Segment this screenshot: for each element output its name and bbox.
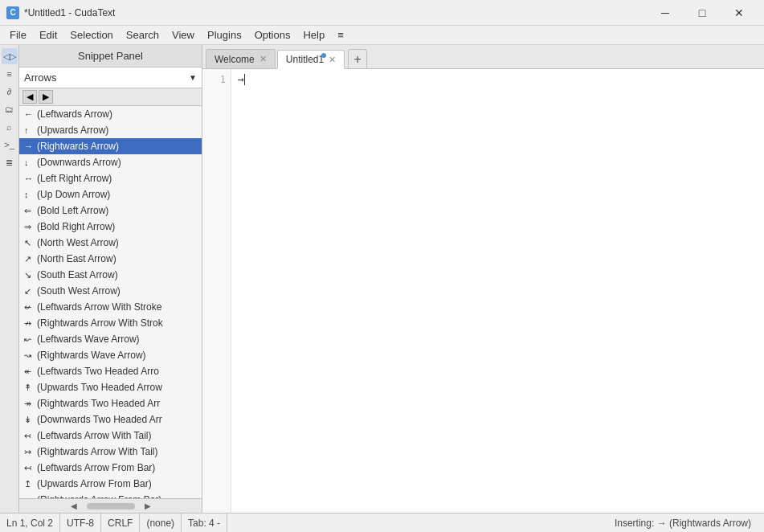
snippet-item[interactable]: ↓(Downwards Arrow): [19, 154, 202, 170]
snippet-item-icon: ↡: [24, 415, 34, 425]
sidebar-icon-terminal[interactable]: >_: [2, 137, 18, 153]
menu-selection[interactable]: Selection: [63, 27, 119, 43]
status-bar: Ln 1, Col 2 UTF-8 CRLF (none) Tab: 4 - I…: [0, 513, 764, 532]
close-button[interactable]: ✕: [721, 0, 758, 26]
menu-bar: File Edit Selection Search View Plugins …: [0, 26, 764, 45]
snippet-category-label: Arrows: [24, 72, 56, 84]
tab-welcome-close[interactable]: ✕: [259, 54, 267, 64]
status-tab-size: Tab: 4 -: [182, 514, 227, 532]
snippet-item[interactable]: ↗(North East Arrow): [19, 251, 202, 267]
snippet-item-label: (Rightwards Two Headed Arr: [37, 398, 160, 409]
snippet-item-label: (Leftwards Wave Arrow): [37, 334, 140, 345]
snippet-item[interactable]: ↖(North West Arrow): [19, 235, 202, 251]
menu-file[interactable]: File: [3, 27, 33, 43]
sidebar-icon-lines[interactable]: ≣: [2, 154, 18, 170]
snippet-item-label: (Rightwards Arrow With Strok: [37, 317, 163, 329]
menu-plugins[interactable]: Plugins: [201, 27, 248, 43]
snippet-item-label: (Leftwards Two Headed Arro: [37, 366, 159, 377]
snippet-item[interactable]: ↝(Rightwards Wave Arrow): [19, 347, 202, 363]
status-line-ending: CRLF: [101, 514, 140, 532]
snippet-item[interactable]: ↣(Rightwards Arrow With Tail): [19, 444, 202, 460]
snippet-item[interactable]: ←(Leftwards Arrow): [19, 106, 202, 122]
snippet-item[interactable]: ⇒(Bold Right Arrow): [19, 219, 202, 235]
snippet-item-label: (Leftwards Arrow With Stroke: [37, 301, 161, 313]
status-syntax: (none): [140, 514, 182, 532]
maximize-button[interactable]: □: [684, 0, 721, 26]
snippet-item-icon: ↛: [24, 318, 34, 329]
tab-welcome[interactable]: Welcome ✕: [206, 49, 276, 68]
snippet-item-icon: ↝: [24, 350, 34, 361]
sidebar-icon-search[interactable]: ⌕: [2, 119, 18, 135]
snippet-item[interactable]: ↢(Leftwards Arrow With Tail): [19, 428, 202, 444]
sidebar-icon-delta[interactable]: ∂: [2, 84, 18, 100]
snippet-item[interactable]: ↘(South East Arrow): [19, 267, 202, 283]
sidebar-icon-arrows[interactable]: ◁▷: [2, 48, 18, 64]
snippet-item-label: (Rightwards Wave Arrow): [37, 350, 146, 361]
snippet-item-icon: ↔: [24, 174, 34, 183]
snippet-item-label: (Leftwards Arrow From Bar): [37, 462, 155, 473]
snippet-item[interactable]: ↙(South West Arrow): [19, 283, 202, 299]
snippet-item[interactable]: ↟(Upwards Two Headed Arrow: [19, 379, 202, 395]
snippet-item[interactable]: ↤(Leftwards Arrow From Bar): [19, 460, 202, 476]
snippet-item[interactable]: ↕(Up Down Arrow): [19, 186, 202, 203]
tab-add-button[interactable]: +: [348, 49, 367, 68]
snippet-item-label: (Upwards Arrow): [37, 125, 108, 136]
right-panel: Welcome ✕ Untitled1 ✕ + 1 →: [202, 45, 764, 513]
snippet-category-dropdown[interactable]: Arrows ▼: [19, 68, 202, 88]
snippet-item[interactable]: ↚(Leftwards Arrow With Stroke: [19, 299, 202, 315]
menu-help[interactable]: Help: [296, 27, 331, 43]
sidebar-icon-file[interactable]: 🗂: [2, 101, 18, 117]
snippet-item[interactable]: ↦(Rightwards Arrow From Bar): [19, 492, 202, 498]
snippet-list[interactable]: ←(Leftwards Arrow)↑(Upwards Arrow)→(Righ…: [19, 106, 202, 498]
menu-view[interactable]: View: [165, 27, 201, 43]
menu-edit[interactable]: Edit: [33, 27, 63, 43]
snippet-item[interactable]: ↔(Left Right Arrow): [19, 170, 202, 186]
snippet-item[interactable]: ↜(Leftwards Wave Arrow): [19, 331, 202, 347]
snippet-item[interactable]: ↡(Downwards Two Headed Arr: [19, 411, 202, 428]
snippet-item[interactable]: ↥(Upwards Arrow From Bar): [19, 476, 202, 492]
horizontal-scrollbar[interactable]: [87, 503, 135, 509]
snippet-nav-left[interactable]: ◀: [22, 90, 37, 104]
snippet-item[interactable]: ↞(Leftwards Two Headed Arro: [19, 363, 202, 379]
editor-text: →: [238, 73, 244, 85]
editor-content[interactable]: →: [231, 69, 764, 513]
snippet-item-label: (North West Arrow): [37, 237, 119, 248]
snippet-item[interactable]: ↛(Rightwards Arrow With Strok: [19, 315, 202, 331]
snippet-item-icon: →: [24, 141, 34, 151]
tab-untitled1-close[interactable]: ✕: [329, 55, 336, 65]
snippet-item[interactable]: ↑(Upwards Arrow): [19, 122, 202, 138]
unsaved-dot: [321, 53, 326, 58]
text-cursor: [244, 74, 245, 85]
snippet-item-label: (Rightwards Arrow With Tail): [37, 446, 157, 457]
snippet-item-icon: ↘: [24, 270, 34, 280]
scroll-left-arrow[interactable]: ◀: [64, 501, 84, 510]
snippet-item-label: (Upwards Two Headed Arrow: [37, 382, 162, 393]
snippet-panel-header: Snippet Panel: [19, 45, 202, 68]
snippet-panel: Snippet Panel Arrows ▼ ◀ ▶ ←(Leftwards A…: [19, 45, 202, 513]
snippet-item-label: (Downwards Arrow): [37, 157, 121, 168]
snippet-item-icon: ↙: [24, 286, 34, 297]
snippet-nav-right[interactable]: ▶: [39, 90, 53, 104]
menu-search[interactable]: Search: [120, 27, 165, 43]
scroll-right-arrow[interactable]: ▶: [138, 501, 157, 510]
snippet-item-label: (North East Arrow): [37, 253, 116, 264]
sidebar-icon-snippets[interactable]: ≡: [2, 66, 18, 82]
snippet-item[interactable]: ⇐(Bold Left Arrow): [19, 203, 202, 219]
title-bar: C *Untitled1 - CudaText ─ □ ✕: [0, 0, 764, 26]
menu-extra[interactable]: ≡: [331, 27, 350, 43]
snippet-item-label: (Left Right Arrow): [37, 173, 112, 184]
snippet-item-icon: ↜: [24, 334, 34, 345]
menu-options[interactable]: Options: [248, 27, 297, 43]
snippet-item-icon: ↑: [24, 125, 34, 135]
line-numbers: 1: [202, 69, 231, 513]
minimize-button[interactable]: ─: [647, 0, 684, 26]
snippet-item[interactable]: →(Rightwards Arrow): [19, 138, 202, 154]
snippet-item[interactable]: ↠(Rightwards Two Headed Arr: [19, 395, 202, 411]
tab-untitled1[interactable]: Untitled1 ✕: [277, 50, 345, 69]
snippet-item-icon: ↚: [24, 302, 34, 313]
editor-area: 1 →: [202, 69, 764, 513]
status-position: Ln 1, Col 2: [6, 514, 60, 532]
snippet-item-label: (Bold Right Arrow): [37, 221, 115, 232]
snippet-item-icon: ←: [24, 109, 34, 119]
window-title: *Untitled1 - CudaText: [24, 7, 647, 18]
